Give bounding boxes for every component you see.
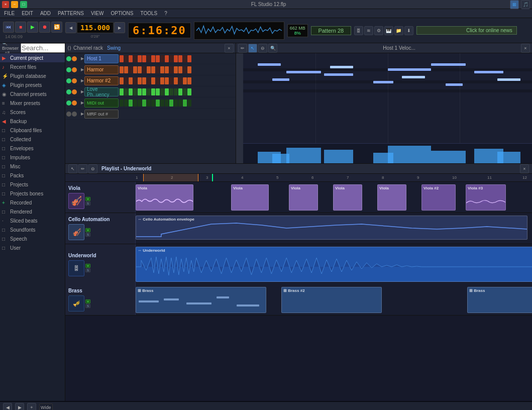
browser-item-packs[interactable]: □ Packs bbox=[0, 171, 65, 180]
pad[interactable] bbox=[160, 66, 164, 73]
browser-item-current-project[interactable]: ▶ Current project bbox=[0, 53, 65, 62]
track-solo-btn[interactable]: S bbox=[85, 268, 90, 272]
note[interactable] bbox=[402, 76, 425, 78]
pad[interactable] bbox=[120, 88, 124, 95]
pad[interactable] bbox=[129, 55, 133, 62]
pad[interactable] bbox=[165, 77, 169, 84]
browser-item-projects[interactable]: □ Projects bbox=[0, 180, 65, 189]
note[interactable] bbox=[258, 63, 281, 66]
menu-options[interactable]: OPTIONS bbox=[110, 11, 134, 16]
pad[interactable] bbox=[129, 66, 133, 73]
menu-help[interactable]: ? bbox=[163, 11, 168, 16]
browser-item-soundfonts[interactable]: □ Soundfonts bbox=[0, 225, 65, 234]
plugin-btn[interactable]: ⚙ bbox=[374, 26, 383, 35]
minimize-button[interactable]: − bbox=[11, 1, 18, 8]
mixer-add-btn[interactable]: + bbox=[27, 403, 36, 411]
zoom-tool[interactable]: 🔍 bbox=[268, 44, 277, 53]
ch-orange-btn[interactable] bbox=[72, 78, 77, 83]
pad[interactable] bbox=[133, 99, 137, 107]
rewind-button[interactable]: ⏮ bbox=[3, 22, 14, 33]
browser-item-scores[interactable]: ♫ Scores bbox=[0, 108, 65, 117]
pad[interactable] bbox=[147, 55, 151, 62]
play-button[interactable]: ▶ bbox=[27, 22, 38, 33]
pad[interactable] bbox=[151, 88, 155, 95]
pad[interactable] bbox=[147, 66, 151, 73]
clip-underworld[interactable]: ↔ Underworld bbox=[136, 247, 532, 282]
erase-tool[interactable]: ⊖ bbox=[258, 44, 267, 53]
pad[interactable] bbox=[156, 55, 160, 62]
track-content-underworld[interactable]: ↔ Underworld bbox=[136, 244, 532, 284]
pad[interactable] bbox=[142, 99, 146, 107]
pad[interactable] bbox=[160, 88, 164, 95]
pad[interactable] bbox=[156, 66, 160, 73]
track-mute-btn[interactable]: M bbox=[85, 299, 90, 303]
clip-viola-3[interactable]: Viola bbox=[289, 184, 318, 211]
pad[interactable] bbox=[129, 77, 133, 84]
channel-rack-close[interactable]: × bbox=[225, 44, 234, 53]
pad[interactable] bbox=[138, 55, 142, 62]
pad[interactable] bbox=[183, 55, 187, 62]
bpm-up[interactable]: ▶ bbox=[114, 22, 125, 33]
note[interactable] bbox=[330, 66, 353, 68]
maximize-button[interactable]: □ bbox=[20, 1, 27, 8]
browser-item-projects-bones[interactable]: □ Projects bones bbox=[0, 189, 65, 198]
ch-gray-btn[interactable] bbox=[66, 112, 71, 117]
browser-item-collected[interactable]: □ Collected bbox=[0, 135, 65, 144]
menu-edit[interactable]: EDIT bbox=[21, 11, 34, 16]
pad[interactable] bbox=[178, 88, 182, 95]
pad[interactable] bbox=[169, 99, 173, 107]
snap-btn[interactable]: ⊞ bbox=[510, 0, 519, 9]
browser-item-clipboard[interactable]: □ Clipboard files bbox=[0, 126, 65, 135]
pad[interactable] bbox=[133, 66, 137, 73]
browser-item-user[interactable]: □ User bbox=[0, 243, 65, 252]
clip-viola-2[interactable]: Viola bbox=[231, 184, 269, 211]
pad[interactable] bbox=[165, 88, 169, 95]
piano-btn[interactable]: 🎹 bbox=[384, 26, 393, 35]
clip-viola-6[interactable]: Viola #2 bbox=[421, 184, 456, 211]
pad[interactable] bbox=[174, 66, 178, 73]
track-solo-btn[interactable]: S bbox=[85, 304, 90, 308]
pad[interactable] bbox=[160, 77, 164, 84]
pad[interactable] bbox=[169, 66, 173, 73]
pad[interactable] bbox=[142, 88, 146, 95]
pad[interactable] bbox=[151, 77, 155, 84]
playlist-tool-3[interactable]: ⊖ bbox=[88, 164, 97, 173]
browser-item-mixer-presets[interactable]: ≡ Mixer presets bbox=[0, 98, 65, 108]
pad[interactable] bbox=[138, 88, 142, 95]
note-grid[interactable] bbox=[243, 53, 532, 163]
track-solo-btn[interactable]: S bbox=[85, 201, 90, 206]
stop-button[interactable]: ■ bbox=[15, 22, 26, 33]
note[interactable] bbox=[446, 83, 463, 86]
track-content-brass[interactable]: ⊞ Brass ⊞ Brass #2 bbox=[136, 284, 532, 315]
track-content-cello[interactable]: ↔ Cello Automation envelope bbox=[136, 213, 532, 244]
ch-green-btn[interactable] bbox=[66, 67, 71, 72]
mixer-btn[interactable]: 🎛 bbox=[354, 26, 363, 35]
clip-viola-4[interactable]: Viola bbox=[333, 184, 362, 211]
pad[interactable] bbox=[169, 55, 173, 62]
channel-name-btn-harmor2[interactable]: Harmor #2 bbox=[84, 76, 119, 85]
clip-viola-1[interactable]: Viola bbox=[136, 184, 193, 211]
loop-range[interactable] bbox=[143, 174, 198, 181]
pad[interactable] bbox=[151, 99, 155, 107]
ch-green-btn[interactable] bbox=[66, 78, 71, 83]
pad[interactable] bbox=[129, 99, 133, 107]
pad[interactable] bbox=[138, 66, 142, 73]
browser-item-impulses[interactable]: □ Impulses bbox=[0, 153, 65, 162]
ch-orange-btn[interactable] bbox=[72, 100, 77, 106]
pad[interactable] bbox=[138, 99, 142, 107]
channel-name-btn-mrf[interactable]: MRF out # bbox=[84, 110, 119, 119]
pad[interactable] bbox=[174, 55, 178, 62]
pad[interactable] bbox=[138, 77, 142, 84]
browser-btn[interactable]: 📁 bbox=[394, 26, 403, 35]
browser-item-rendered[interactable]: □ Rendered bbox=[0, 207, 65, 216]
note[interactable] bbox=[474, 71, 503, 73]
clip-brass-2[interactable]: ⊞ Brass #2 bbox=[281, 287, 382, 313]
pad[interactable] bbox=[183, 99, 187, 107]
track-mute-btn[interactable]: M bbox=[85, 264, 90, 268]
browser-search-input[interactable] bbox=[21, 43, 65, 53]
browser-item-sliced-beats[interactable]: · Sliced beats bbox=[0, 216, 65, 225]
channel-name-btn-harmor[interactable]: Harmor bbox=[84, 65, 119, 74]
ch-orange-btn[interactable] bbox=[72, 56, 77, 61]
playlist-tool-1[interactable]: ↖ bbox=[68, 164, 77, 173]
pad[interactable] bbox=[147, 88, 151, 95]
